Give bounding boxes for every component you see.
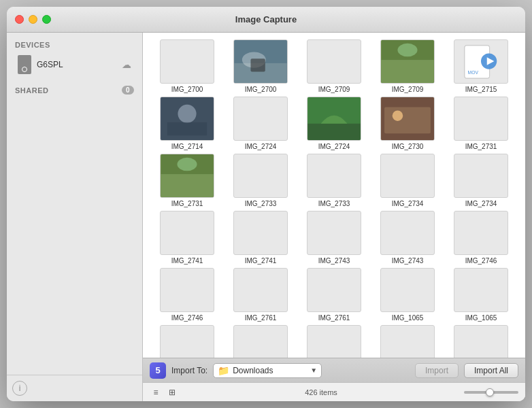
image-label: IMG_2724: [245, 143, 277, 150]
image-label: IMG_2743: [318, 257, 350, 265]
image-label: IMG_2741: [171, 257, 203, 265]
shared-section-header: SHARED 0: [7, 78, 142, 97]
svg-point-6: [397, 44, 417, 56]
list-item[interactable]: IMG_2743: [373, 211, 442, 265]
list-item[interactable]: IMG_2714: [153, 97, 221, 150]
image-label: IMG_2709: [318, 86, 350, 93]
import-destination-text: Downloads: [233, 366, 307, 375]
image-thumbnail: [454, 97, 508, 141]
svg-text:MOV: MOV: [468, 70, 479, 75]
image-thumbnail: [160, 39, 214, 84]
image-thumbnail: [380, 325, 435, 358]
grid-view-icon[interactable]: ⊞: [166, 388, 178, 397]
image-thumbnail: [454, 154, 508, 198]
image-label: IMG_2733: [318, 200, 350, 207]
image-label: IMG_1065: [392, 314, 424, 322]
image-thumbnail: [380, 154, 435, 198]
list-item[interactable]: IMG_2700: [153, 39, 221, 93]
folder-icon: 📁: [218, 365, 229, 376]
list-item[interactable]: IMG_2809: [373, 325, 442, 358]
list-item[interactable]: IMG_2734: [447, 154, 515, 207]
image-thumbnail: [307, 211, 361, 255]
image-thumbnail: [307, 325, 361, 358]
image-label: IMG_1065: [465, 314, 497, 322]
import-all-button[interactable]: Import All: [464, 363, 518, 378]
image-label: IMG_2709: [392, 86, 424, 93]
image-thumbnail: [380, 97, 435, 141]
maximize-button[interactable]: [42, 15, 51, 24]
list-item[interactable]: IMG_2772: [153, 325, 221, 358]
device-label: G6SPL: [37, 60, 116, 69]
list-item[interactable]: IMG_2709: [373, 39, 442, 93]
image-label: IMG_2730: [392, 143, 424, 150]
list-item[interactable]: IMG_2730: [373, 97, 442, 150]
svg-rect-18: [384, 107, 431, 134]
sidebar-item-device[interactable]: G6SPL ☁: [11, 52, 138, 78]
status-left: ≡ ⊞: [150, 388, 178, 397]
list-item[interactable]: IMG_2734: [373, 154, 442, 207]
image-thumbnail: [307, 268, 361, 312]
list-item[interactable]: IMG_2746: [447, 211, 515, 265]
list-item[interactable]: IMG_2724: [300, 97, 368, 150]
image-thumbnail: [233, 325, 288, 358]
list-item[interactable]: IMG_1065: [373, 268, 442, 322]
list-item[interactable]: IMG_2746: [153, 268, 221, 322]
status-item-count: 426 items: [185, 388, 457, 396]
image-label: IMG_2741: [245, 257, 277, 265]
info-icon[interactable]: i: [12, 381, 27, 396]
image-thumbnail: [380, 268, 435, 312]
list-item[interactable]: IMG_2724: [227, 97, 295, 150]
close-button[interactable]: [15, 15, 24, 24]
list-item[interactable]: IMG_2815: [447, 325, 515, 358]
list-item[interactable]: IMG_2743: [300, 211, 368, 265]
traffic-lights: [15, 15, 51, 24]
image-grid[interactable]: IMG_2700 IMG_2700IMG_2709 IMG_2709 MOV I…: [143, 33, 525, 358]
list-item[interactable]: IMG_2772: [227, 325, 295, 358]
list-item[interactable]: IMG_2731: [447, 97, 515, 150]
image-label: IMG_2743: [392, 257, 424, 265]
list-item[interactable]: IMG_2700: [227, 39, 295, 93]
list-item[interactable]: IMG_2761: [300, 268, 368, 322]
list-item[interactable]: IMG_2741: [153, 211, 221, 265]
status-right: [464, 391, 518, 394]
import-button[interactable]: Import: [415, 363, 459, 378]
list-item[interactable]: IMG_1065: [447, 268, 515, 322]
cloud-icon: ☁: [122, 59, 131, 70]
image-thumbnail: [233, 39, 288, 84]
minimize-button[interactable]: [29, 15, 37, 24]
list-item[interactable]: IMG_2733: [227, 154, 295, 207]
import-destination-dropdown[interactable]: 📁 Downloads ▼: [213, 363, 322, 378]
image-thumbnail: [233, 211, 288, 255]
image-label: IMG_2733: [245, 200, 277, 207]
list-item[interactable]: IMG_2761: [227, 268, 295, 322]
svg-point-13: [178, 105, 196, 123]
image-label: IMG_2715: [465, 86, 497, 93]
devices-label: DEVICES: [15, 41, 50, 49]
svg-rect-14: [167, 122, 207, 135]
svg-rect-3: [250, 58, 265, 71]
image-label: IMG_2746: [465, 257, 497, 265]
list-item[interactable]: IMG_2731: [153, 154, 221, 207]
list-view-icon[interactable]: ≡: [150, 388, 162, 397]
chevron-down-icon: ▼: [310, 367, 317, 374]
image-thumbnail: [160, 268, 214, 312]
main-window: Image Capture DEVICES G6SPL ☁ SHARED 0 i: [7, 7, 525, 401]
list-item[interactable]: IMG_2741: [227, 211, 295, 265]
image-label: IMG_2731: [171, 200, 203, 207]
main-content: DEVICES G6SPL ☁ SHARED 0 i IMG_2700: [7, 33, 525, 401]
image-thumbnail: [454, 268, 508, 312]
device-icon: [18, 55, 31, 74]
svg-point-19: [393, 110, 403, 121]
zoom-thumb[interactable]: [486, 388, 494, 396]
image-label: IMG_2734: [392, 200, 424, 207]
image-label: IMG_2746: [171, 314, 203, 322]
image-thumbnail: [307, 154, 361, 198]
zoom-slider[interactable]: [464, 391, 518, 394]
bottom-bar: 5 Import To: 📁 Downloads ▼ Import Import…: [143, 358, 525, 382]
list-item[interactable]: IMG_2709: [300, 39, 368, 93]
list-item[interactable]: IMG_2733: [300, 154, 368, 207]
list-item[interactable]: IMG_2809: [300, 325, 368, 358]
image-label: IMG_2731: [465, 143, 497, 150]
list-item[interactable]: MOV IMG_2715: [447, 39, 515, 93]
image-thumbnail: [160, 97, 214, 141]
